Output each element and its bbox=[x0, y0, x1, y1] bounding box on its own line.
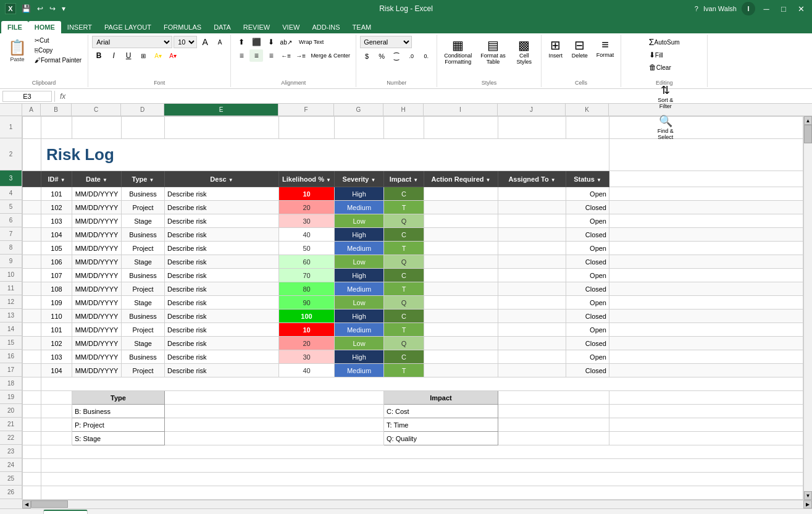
customize-button[interactable]: ▾ bbox=[60, 3, 67, 14]
row-header-12[interactable]: 12 bbox=[0, 295, 22, 309]
row-header-9[interactable]: 9 bbox=[0, 255, 22, 268]
cell-date-13[interactable]: MM/DD/YYYY bbox=[72, 310, 122, 323]
decrease-font-button[interactable]: A bbox=[213, 36, 227, 48]
cell-likelihood-16[interactable]: 30 bbox=[279, 350, 335, 364]
cell-likelihood-7[interactable]: 40 bbox=[279, 228, 335, 242]
cell-status-13[interactable]: Closed bbox=[566, 310, 609, 323]
row-header-11[interactable]: 11 bbox=[0, 282, 22, 295]
cell-b3-id[interactable]: ID# ▼ bbox=[41, 171, 72, 187]
row-header-2[interactable]: 2 bbox=[0, 138, 22, 171]
cell-assigned-8[interactable] bbox=[498, 242, 566, 255]
cell-l17[interactable] bbox=[609, 364, 803, 377]
cell-desc-12[interactable]: Describe risk bbox=[165, 296, 279, 310]
undo-button[interactable]: ↩ bbox=[35, 3, 45, 14]
col-header-b[interactable]: B bbox=[41, 104, 72, 116]
cell-likelihood-13[interactable]: 100 bbox=[279, 310, 335, 323]
align-bottom-button[interactable]: ⬇ bbox=[264, 36, 278, 48]
cell-id-10[interactable]: 107 bbox=[41, 269, 72, 282]
cell-a24[interactable] bbox=[23, 459, 41, 473]
font-size-select[interactable]: 10 bbox=[174, 36, 197, 48]
cell-f1[interactable] bbox=[279, 117, 335, 139]
row-header-5[interactable]: 5 bbox=[0, 200, 22, 214]
tab-home[interactable]: HOME bbox=[28, 21, 61, 33]
row-header-21[interactable]: 21 bbox=[0, 418, 22, 431]
align-top-button[interactable]: ⬆ bbox=[235, 36, 248, 48]
decrease-decimal-button[interactable]: 0. bbox=[419, 50, 433, 62]
format-as-table-button[interactable]: ▤ Format asTable bbox=[477, 36, 509, 67]
cell-desc-4[interactable]: Describe risk bbox=[165, 187, 279, 201]
cell-severity-4[interactable]: High bbox=[335, 187, 384, 201]
cell-l14[interactable] bbox=[609, 323, 803, 337]
cell-impact-5[interactable]: T bbox=[384, 201, 424, 214]
row-header-4[interactable]: 4 bbox=[0, 187, 22, 200]
formula-input[interactable] bbox=[70, 92, 810, 101]
col-header-h[interactable]: H bbox=[383, 104, 424, 116]
cell-impact-15[interactable]: Q bbox=[384, 337, 424, 350]
cell-impact-10[interactable]: C bbox=[384, 269, 424, 282]
cell-f3-likelihood[interactable]: Likelihood % ▼ bbox=[279, 171, 335, 187]
cell-id-15[interactable]: 102 bbox=[41, 337, 72, 350]
cell-l8[interactable] bbox=[609, 242, 803, 255]
cell-a9[interactable] bbox=[23, 255, 41, 269]
format-button[interactable]: ≡ Format bbox=[593, 36, 617, 60]
cell-assigned-5[interactable] bbox=[498, 201, 566, 214]
sort-filter-button[interactable]: ⇅ Sort &Filter bbox=[653, 82, 678, 111]
cell-id-11[interactable]: 108 bbox=[41, 282, 72, 296]
cell-assigned-13[interactable] bbox=[498, 310, 566, 323]
cell-status-8[interactable]: Open bbox=[566, 242, 609, 255]
cell-date-15[interactable]: MM/DD/YYYY bbox=[72, 337, 122, 350]
cell-styles-button[interactable]: ▩ CellStyles bbox=[511, 36, 537, 67]
increase-font-button[interactable]: A bbox=[198, 36, 212, 48]
cell-desc-5[interactable]: Describe risk bbox=[165, 201, 279, 214]
cell-a16[interactable] bbox=[23, 350, 41, 364]
cell-a5[interactable] bbox=[23, 201, 41, 214]
row-header-16[interactable]: 16 bbox=[0, 350, 22, 363]
row-header-23[interactable]: 23 bbox=[0, 445, 22, 458]
cell-a6[interactable] bbox=[23, 214, 41, 228]
scroll-track[interactable] bbox=[804, 125, 812, 491]
cell-action-4[interactable] bbox=[424, 187, 498, 201]
cell-date-14[interactable]: MM/DD/YYYY bbox=[72, 323, 122, 337]
cell-status-6[interactable]: Open bbox=[566, 214, 609, 228]
cell-action-5[interactable] bbox=[424, 201, 498, 214]
cell-type-7[interactable]: Business bbox=[122, 228, 165, 242]
cell-status-5[interactable]: Closed bbox=[566, 201, 609, 214]
cell-date-12[interactable]: MM/DD/YYYY bbox=[72, 296, 122, 310]
cell-l13[interactable] bbox=[609, 310, 803, 323]
cell-k3-status[interactable]: Status ▼ bbox=[566, 171, 609, 187]
cell-desc-15[interactable]: Describe risk bbox=[165, 337, 279, 350]
cell-status-7[interactable]: Closed bbox=[566, 228, 609, 242]
cell-a2[interactable] bbox=[23, 139, 41, 171]
autosum-button[interactable]: Σ AutoSum bbox=[647, 36, 682, 48]
cell-l11[interactable] bbox=[609, 282, 803, 296]
paste-button[interactable]: 📋 Paste bbox=[4, 36, 31, 65]
cell-date-4[interactable]: MM/DD/YYYY bbox=[72, 187, 122, 201]
cell-id-4[interactable]: 101 bbox=[41, 187, 72, 201]
cell-assigned-11[interactable] bbox=[498, 282, 566, 296]
cell-assigned-9[interactable] bbox=[498, 255, 566, 269]
cell-id-6[interactable]: 103 bbox=[41, 214, 72, 228]
thousand-button[interactable]: ⁐ bbox=[390, 50, 403, 62]
cell-impact-6[interactable]: Q bbox=[384, 214, 424, 228]
cell-desc-10[interactable]: Describe risk bbox=[165, 269, 279, 282]
cell-assigned-17[interactable] bbox=[498, 364, 566, 377]
maximize-button[interactable]: □ bbox=[777, 4, 790, 14]
tab-addins[interactable]: ADD-INS bbox=[306, 21, 346, 33]
cell-a22[interactable] bbox=[23, 432, 41, 445]
cell-likelihood-12[interactable]: 90 bbox=[279, 296, 335, 310]
cell-l21[interactable] bbox=[609, 418, 803, 432]
cell-id-12[interactable]: 109 bbox=[41, 296, 72, 310]
decrease-indent-button[interactable]: ←≡ bbox=[279, 49, 293, 62]
vertical-scrollbar[interactable]: ▲ ▼ bbox=[803, 116, 812, 500]
tab-data[interactable]: DATA bbox=[207, 21, 237, 33]
cell-likelihood-11[interactable]: 80 bbox=[279, 282, 335, 296]
add-sheet-button[interactable]: ⊕ bbox=[89, 511, 101, 514]
col-header-a[interactable]: A bbox=[22, 104, 41, 116]
cell-action-6[interactable] bbox=[424, 214, 498, 228]
cell-severity-10[interactable]: High bbox=[335, 269, 384, 282]
cell-desc-16[interactable]: Describe risk bbox=[165, 350, 279, 364]
row-header-8[interactable]: 8 bbox=[0, 241, 22, 255]
name-box[interactable] bbox=[2, 91, 52, 102]
cell-l9[interactable] bbox=[609, 255, 803, 269]
cell-type-9[interactable]: Stage bbox=[122, 255, 165, 269]
